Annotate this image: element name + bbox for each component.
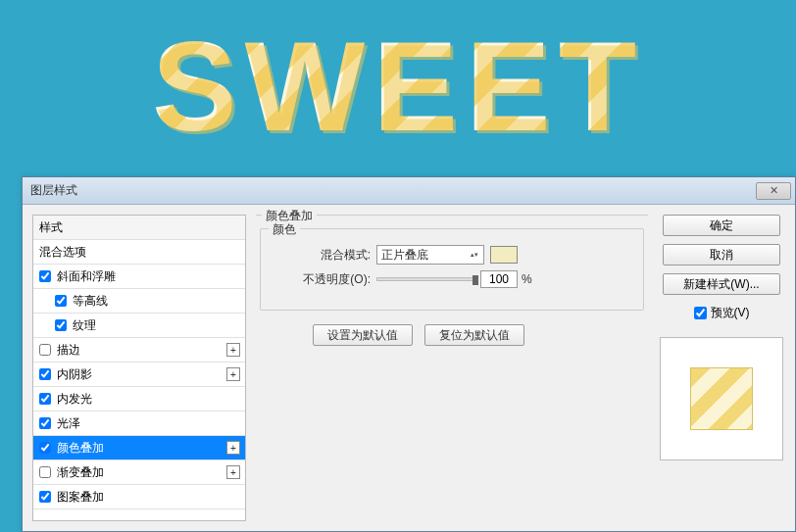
- style-checkbox[interactable]: [39, 442, 51, 454]
- blend-mode-label: 混合模式:: [273, 247, 371, 264]
- style-label: 图案叠加: [57, 489, 104, 506]
- style-label: 内阴影: [57, 366, 92, 383]
- style-label: 内发光: [57, 391, 92, 408]
- style-label: 渐变叠加: [57, 464, 104, 481]
- preview-checkbox-row[interactable]: 预览(V): [694, 305, 750, 321]
- right-button-panel: 确定 取消 新建样式(W)... 预览(V): [658, 215, 785, 521]
- style-row-5[interactable]: 内发光: [33, 387, 245, 411]
- preview-checkbox[interactable]: [694, 307, 707, 319]
- style-checkbox[interactable]: [39, 491, 51, 503]
- style-label: 斜面和浮雕: [57, 268, 116, 285]
- style-label: 光泽: [57, 415, 80, 432]
- opacity-slider[interactable]: [376, 277, 474, 281]
- expand-icon[interactable]: +: [226, 367, 240, 381]
- style-row-7[interactable]: 颜色叠加+: [33, 436, 245, 460]
- fieldset-legend: 颜色: [269, 221, 300, 238]
- overlay-color-swatch[interactable]: [490, 246, 518, 264]
- set-default-button[interactable]: 设置为默认值: [313, 324, 413, 346]
- style-row-9[interactable]: 图案叠加: [33, 485, 245, 509]
- style-checkbox[interactable]: [39, 270, 51, 282]
- style-row-2[interactable]: 纹理: [33, 314, 245, 338]
- style-row-8[interactable]: 渐变叠加+: [33, 460, 245, 485]
- preview-label: 预览(V): [711, 305, 750, 321]
- style-label: 等高线: [73, 293, 108, 310]
- new-style-button[interactable]: 新建样式(W)...: [663, 273, 780, 295]
- style-checkbox[interactable]: [39, 393, 51, 405]
- art-text-sweet: SWEET: [152, 13, 644, 160]
- style-row-0[interactable]: 斜面和浮雕: [33, 265, 245, 289]
- opacity-label: 不透明度(O):: [273, 271, 371, 288]
- close-button[interactable]: ✕: [756, 182, 791, 200]
- style-checkbox[interactable]: [39, 344, 51, 356]
- options-panel: 颜色叠加 颜色 混合模式: 正片叠底 ▴▾ 不透明度(O):: [256, 215, 648, 521]
- close-icon: ✕: [770, 184, 778, 197]
- preview-box: [660, 337, 783, 460]
- cancel-button[interactable]: 取消: [663, 244, 780, 266]
- style-checkbox[interactable]: [39, 368, 51, 380]
- style-checkbox[interactable]: [39, 466, 51, 478]
- layer-style-dialog: 图层样式 ✕ 样式 混合选项 斜面和浮雕等高线纹理描边+内阴影+内发光光泽颜色叠…: [22, 176, 796, 532]
- blending-options-row[interactable]: 混合选项: [33, 240, 245, 265]
- styles-list-panel: 样式 混合选项 斜面和浮雕等高线纹理描边+内阴影+内发光光泽颜色叠加+渐变叠加+…: [32, 215, 246, 521]
- expand-icon[interactable]: +: [226, 441, 240, 455]
- styles-header[interactable]: 样式: [33, 216, 245, 240]
- ok-button[interactable]: 确定: [663, 215, 780, 236]
- chevron-updown-icon: ▴▾: [468, 247, 481, 263]
- dialog-title: 图层样式: [30, 182, 77, 199]
- blend-mode-select[interactable]: 正片叠底 ▴▾: [376, 245, 484, 265]
- style-row-4[interactable]: 内阴影+: [33, 363, 245, 387]
- expand-icon[interactable]: +: [226, 465, 240, 479]
- style-row-1[interactable]: 等高线: [33, 289, 245, 314]
- style-label: 颜色叠加: [57, 440, 104, 457]
- slider-thumb-icon[interactable]: [473, 275, 478, 285]
- reset-default-button[interactable]: 复位为默认值: [424, 324, 524, 346]
- dialog-titlebar[interactable]: 图层样式 ✕: [23, 177, 795, 205]
- opacity-input[interactable]: [480, 270, 518, 288]
- style-row-3[interactable]: 描边+: [33, 338, 245, 363]
- color-fieldset: 颜色 混合模式: 正片叠底 ▴▾ 不透明度(O): %: [260, 228, 644, 311]
- style-label: 纹理: [73, 317, 96, 334]
- style-checkbox[interactable]: [39, 417, 51, 429]
- style-row-6[interactable]: 光泽: [33, 411, 245, 436]
- style-checkbox[interactable]: [55, 295, 67, 307]
- style-checkbox[interactable]: [55, 319, 67, 331]
- preview-swatch: [690, 367, 753, 430]
- style-label: 描边: [57, 342, 80, 359]
- opacity-unit: %: [522, 272, 532, 286]
- canvas-preview: SWEET: [0, 0, 796, 171]
- expand-icon[interactable]: +: [226, 343, 240, 357]
